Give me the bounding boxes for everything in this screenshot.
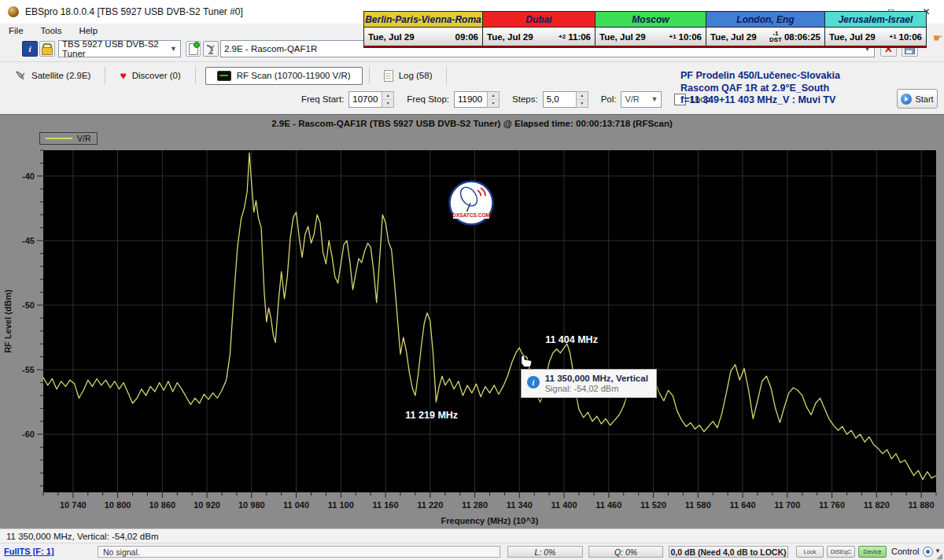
signal-tooltip: i 11 350,000 MHz, Vertical Signal: -54,0… [521,369,657,398]
freq-stop-label: Freq Stop: [407,94,449,104]
scan-controls: Freq Start: ▲▼ Freq Stop: ▲▼ Steps: ▲▼ P… [301,90,715,109]
y-tick-label: -55 [22,365,35,374]
x-tick-label: 10 800 [105,500,131,510]
dxsatcs-logo: DXSATCS.COM [448,179,495,227]
level-indicator: L: 0% [507,546,583,558]
freq-stop-stepper[interactable]: ▲▼ [487,91,500,108]
y-tick-label: -50 [22,300,35,310]
x-tick-label: 10 740 [60,500,87,510]
x-tick-label: 10 920 [194,500,220,510]
chevron-down-icon: ▼ [170,45,177,53]
ebspro-window: EBSpro 18.0.0.4 [TBS 5927 USB DVB-S2 Tun… [0,0,944,560]
x-tick-label: 11 040 [283,500,309,510]
y-axis-title: RF Level (dBm) [3,289,13,353]
antenna-info-panel: PF Prodelin 450/Lučenec-Slovakia Rascom … [680,70,893,107]
x-tick-label: 11 460 [596,500,621,510]
y-tick-label: -60 [22,429,35,439]
steps-input[interactable] [543,91,576,108]
x-tick-label: 11 640 [730,500,756,510]
freq-start-stepper[interactable]: ▲▼ [382,91,394,108]
control-icon[interactable] [923,547,933,557]
info-line-2: Rascom QAF 1R at 2.9°E_South [680,83,893,95]
menu-tools[interactable]: Tools [32,26,71,35]
tooltip-signal: Signal: -54,02 dBm [545,384,648,393]
pointer-hand-icon: ☛ [933,31,943,44]
freq-start-input[interactable] [348,91,382,108]
info-line-3: f=11 349+11 403 MHz_V : Muvi TV [680,94,893,107]
info-line-1: PF Prodelin 450/Lučenec-Slovakia [680,70,893,83]
x-tick-label: 11 580 [685,500,711,510]
info-button[interactable]: i [22,41,38,57]
signal-message: No signal. [98,546,500,558]
window-title: EBSpro 18.0.0.4 [TBS 5927 USB DVB-S2 Tun… [25,6,243,17]
tooltip-title: 11 350,000 MHz, Vertical [545,374,648,383]
note-icon [189,43,198,55]
heart-icon: ♥ [120,72,126,79]
x-axis-title: Frequency (MHz) (10^3) [441,516,539,525]
x-tick-label: 11 280 [462,500,488,510]
control-label: Control [891,547,919,556]
freq-start-label: Freq Start: [301,94,344,104]
quality-indicator: Q: 0% [588,546,663,558]
rf-scan-icon [217,71,231,81]
x-tick-label: 11 400 [551,500,577,510]
info-icon: i [28,44,31,53]
x-tick-label: 11 100 [328,500,354,510]
tab-log[interactable]: Log (58) [376,67,441,85]
x-tick-label: 11 880 [909,500,935,510]
cursor-readout: 11 350,000 MHz, Vertical: -54,02 dBm [6,532,158,541]
clock-dubai: Dubai Tue, Jul 29+2 11:06 [483,12,596,46]
app-icon [8,6,19,17]
steps-label: Steps: [512,94,538,104]
tab-discover[interactable]: ♥ Discover (0) [112,68,188,83]
diseqc-button[interactable]: DiSEqC [827,546,855,558]
lock-status-button[interactable]: Lock [796,546,824,558]
chevron-down-icon: ▼ [651,95,658,103]
clock-moscow: Moscow Tue, Jul 29+1 10:06 [596,12,706,46]
clock-jerusalem: Jerusalem-Israel Tue, Jul 29+1 10:06 [825,12,926,46]
antenna-button[interactable] [203,41,219,57]
start-button[interactable]: Start [897,89,938,109]
freq-stop-input[interactable] [454,91,487,108]
clock-london: London, Eng Tue, Jul 29-1DST08:06:25 [706,12,825,46]
x-tick-label: 11 220 [417,500,443,510]
y-tick-label: -40 [22,171,35,181]
x-tick-label: 11 820 [864,500,890,510]
tuner-select[interactable]: TBS 5927 USB DVB-S2 Tuner ▼ [58,40,181,57]
menu-help[interactable]: Help [70,26,106,35]
x-tick-label: 11 340 [507,500,533,510]
x-tick-label: 11 520 [640,500,666,510]
pol-label: Pol: [601,94,617,104]
satellite-dish-icon [14,70,26,81]
x-tick-label: 11 160 [373,500,399,510]
status-bar: FullTS [F: 1] No signal. L: 0% Q: 0% 0,0… [0,543,944,560]
fullts-link[interactable]: FullTS [F: 1] [4,547,54,556]
connect-note-button[interactable] [186,41,201,57]
menu-file[interactable]: File [0,26,32,35]
document-icon [384,70,393,82]
annotation-label: 11 404 MHz [545,334,598,345]
cursor-readout-bar: 11 350,000 MHz, Vertical: -54,02 dBm [0,529,944,543]
spectrum-plot[interactable]: 10 74010 80010 86010 92010 98011 04011 1… [0,115,944,529]
tab-rf-scan[interactable]: RF Scan (10700-11900 V/R) [205,67,363,85]
rf-scan-chart: 2.9E - Rascom-QAF1R (TBS 5927 USB DVB-S2… [0,114,944,529]
world-clocks: Berlin-Paris-Vienna-Roma Tue, Jul 29 09:… [363,11,927,48]
steps-stepper[interactable]: ▲▼ [576,91,588,108]
play-icon [901,94,912,105]
device-button[interactable]: Device [858,546,887,558]
pol-select[interactable]: V/R ▼ [621,91,662,108]
info-icon: i [527,376,540,389]
x-tick-label: 10 860 [149,500,176,510]
x-tick-label: 11 700 [774,500,800,510]
y-tick-label: -45 [22,236,35,245]
tab-satellite[interactable]: Satellite (2.9E) [6,67,98,84]
lock-button[interactable] [39,41,55,57]
snr-indicator: 0,0 dB (Need 4,0 dB to LOCK) [669,546,788,558]
resize-grip[interactable]: ◢ [936,551,942,560]
annotation-label: 11 219 MHz [405,410,458,421]
x-tick-label: 10 980 [238,500,265,510]
logo-text: DXSATCS.COM [452,212,491,218]
clock-berlin: Berlin-Paris-Vienna-Roma Tue, Jul 29 09:… [364,12,483,46]
x-tick-label: 11 760 [819,500,845,510]
antenna-icon [205,43,216,54]
